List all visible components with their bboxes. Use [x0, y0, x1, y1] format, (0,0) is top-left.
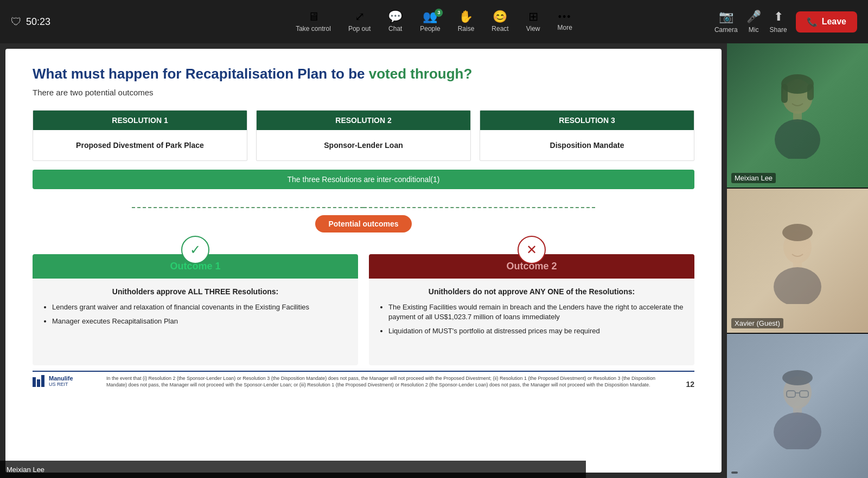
people-badge: 3	[435, 9, 443, 17]
mic-icon: 🎤	[746, 10, 761, 24]
toolbar-left: 🛡 50:23	[11, 16, 50, 28]
title-blue: What must happen for Recapitalisation Pl…	[33, 66, 365, 82]
footer-note: In the event that (i) Resolution 2 (the …	[106, 375, 677, 389]
outcome-1-bullet-1: Lenders grant waiver and relaxation of f…	[52, 302, 348, 312]
chat-item[interactable]: 💬 Chat	[388, 11, 403, 33]
view-item[interactable]: ⊞ View	[526, 11, 540, 33]
camera-label: Camera	[714, 26, 738, 34]
outcomes-row: ✓ Outcome 1 Unitholders approve ALL THRE…	[33, 238, 694, 365]
pop-out-icon: ⤢	[355, 11, 365, 23]
take-control-label: Take control	[296, 25, 331, 33]
camera-icon: 📷	[719, 10, 733, 24]
xavier-name-label: Xavier (Guest)	[731, 318, 783, 328]
potential-outcomes-badge: Potential outcomes	[315, 215, 411, 232]
resolutions-row: RESOLUTION 1 Proposed Divestment of Park…	[33, 110, 694, 161]
manulife-bars	[33, 375, 44, 387]
take-control-item[interactable]: 🖥 Take control	[296, 11, 331, 33]
toolbar-center: 🖥 Take control ⤢ Pop out 💬 Chat 👥 3 Peop…	[296, 11, 572, 33]
resolution-1-box: RESOLUTION 1 Proposed Divestment of Park…	[33, 110, 247, 161]
footer-company: Manulife US REIT	[49, 375, 73, 387]
outcome-2-bullets: The Existing Facilities would remain in …	[379, 302, 685, 337]
pop-out-item[interactable]: ⤢ Pop out	[348, 11, 371, 33]
more-icon: •••	[558, 12, 572, 22]
bottom-bar: Meixian Lee	[0, 461, 586, 478]
manulife-text: Manulife	[49, 375, 73, 382]
presenter-name: Meixian Lee	[7, 466, 44, 474]
outcome-2-title: Unitholders do not approve ANY ONE of th…	[379, 287, 685, 296]
video-panel-unknown	[727, 334, 868, 478]
more-item[interactable]: ••• More	[557, 12, 572, 31]
slide-footer: Manulife US REIT In the event that (i) R…	[33, 371, 694, 389]
share-item[interactable]: ⬆ Share	[770, 10, 787, 34]
timer: 50:23	[26, 16, 50, 28]
outcome-2-inner: Outcome 2 Unitholders do not approve ANY…	[369, 254, 694, 365]
more-label: More	[557, 24, 572, 31]
outcome-1-title: Unitholders approve ALL THREE Resolution…	[42, 287, 348, 296]
title-green-text: voted through?	[369, 66, 473, 82]
svg-point-7	[782, 224, 813, 241]
outcome-2-box: ✕ Outcome 2 Unitholders do not approve A…	[369, 238, 694, 365]
svg-rect-2	[781, 84, 788, 103]
unknown-avatar-svg	[765, 363, 830, 449]
outcome-1-bullets: Lenders grant waiver and relaxation of f…	[42, 302, 348, 326]
svg-rect-3	[807, 84, 814, 100]
outcome-2-circle: ✕	[518, 236, 546, 264]
inter-conditional-banner: The three Resolutions are inter-conditio…	[33, 170, 694, 189]
chat-label: Chat	[388, 25, 402, 33]
resolution-2-box: RESOLUTION 2 Sponsor-Lender Loan	[256, 110, 471, 161]
video-sidebar: Meixian Lee Xavier (Guest)	[727, 43, 868, 478]
resolution-1-header: RESOLUTION 1	[33, 111, 247, 130]
leave-label: Leave	[822, 17, 846, 27]
view-label: View	[526, 25, 540, 33]
mic-item[interactable]: 🎤 Mic	[746, 10, 761, 34]
react-icon: 😊	[493, 11, 507, 23]
share-icon: ⬆	[774, 10, 783, 24]
pop-out-label: Pop out	[348, 25, 371, 33]
shield-icon: 🛡	[11, 16, 22, 28]
svg-point-11	[782, 370, 813, 385]
outcome-1-inner: Outcome 1 Unitholders approve ALL THREE …	[33, 254, 358, 365]
connector-line-left	[132, 207, 363, 208]
meixian-video	[727, 43, 868, 188]
outcome-2-bullet-1: The Existing Facilities would remain in …	[388, 302, 685, 322]
video-panel-xavier: Xavier (Guest)	[727, 189, 868, 333]
toolbar: 🛡 50:23 🖥 Take control ⤢ Pop out 💬 Chat …	[0, 0, 868, 43]
resolution-2-header: RESOLUTION 2	[257, 111, 470, 130]
resolution-3-header: RESOLUTION 3	[480, 111, 694, 130]
chat-icon: 💬	[388, 11, 403, 23]
outcome-2-body: Unitholders do not approve ANY ONE of th…	[369, 279, 694, 365]
resolution-2-body: Sponsor-Lender Loan	[257, 130, 470, 160]
bar-3	[41, 375, 44, 387]
svg-point-16	[774, 412, 821, 449]
leave-button[interactable]: 📞 Leave	[796, 11, 857, 33]
phone-icon: 📞	[807, 17, 818, 27]
us-reit-text: US REIT	[49, 382, 73, 387]
meixian-name-label: Meixian Lee	[731, 173, 776, 183]
connector-area	[33, 199, 694, 215]
slide-area: What must happen for Recapitalisation Pl…	[0, 43, 727, 478]
slide-container: What must happen for Recapitalisation Pl…	[5, 49, 722, 473]
outcome-1-circle: ✓	[181, 236, 209, 264]
view-icon: ⊞	[528, 11, 538, 23]
footer-logo: Manulife US REIT	[33, 375, 98, 387]
bar-2	[37, 379, 40, 387]
react-item[interactable]: 😊 React	[492, 11, 508, 33]
raise-item[interactable]: ✋ Raise	[458, 11, 475, 33]
main-area: What must happen for Recapitalisation Pl…	[0, 43, 868, 478]
outcome-1-bullet-2: Manager executes Recapitalisation Plan	[52, 316, 348, 326]
camera-item[interactable]: 📷 Camera	[714, 10, 738, 34]
react-label: React	[492, 25, 508, 33]
resolution-3-body: Disposition Mandate	[480, 130, 694, 160]
people-item[interactable]: 👥 3 People	[420, 11, 440, 33]
slide-subtitle: There are two potential outcomes	[33, 88, 694, 97]
raise-label: Raise	[458, 25, 475, 33]
people-label: People	[420, 25, 440, 33]
potential-outcomes-row: Potential outcomes	[33, 215, 694, 232]
bar-1	[33, 377, 36, 387]
outcome-2-bullet-2: Liquidation of MUST's portfolio at distr…	[388, 326, 685, 336]
unknown-video	[727, 334, 868, 478]
xavier-video	[727, 189, 868, 333]
xavier-avatar-svg	[765, 217, 830, 304]
connector-line-right	[363, 207, 595, 208]
people-icon: 👥 3	[423, 11, 437, 23]
